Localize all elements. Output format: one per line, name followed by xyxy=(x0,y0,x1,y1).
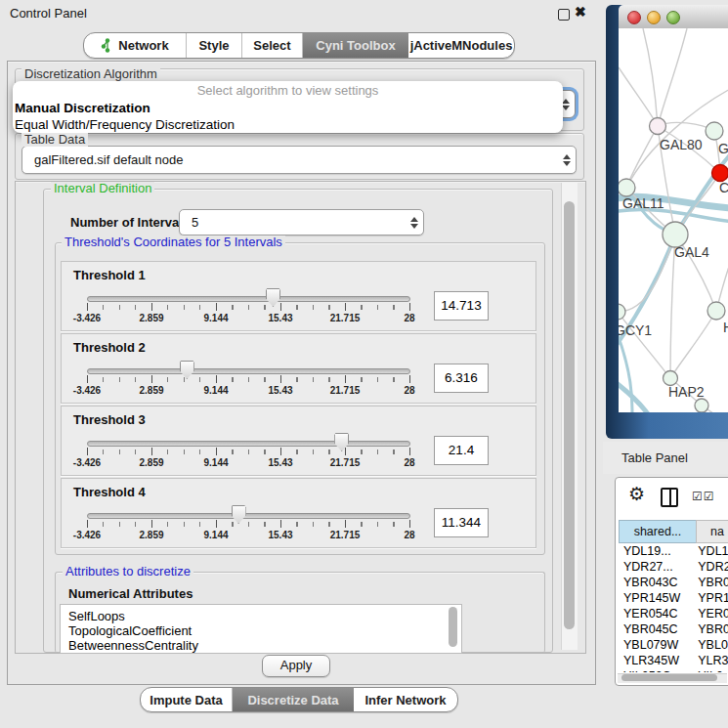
network-node[interactable] xyxy=(695,399,708,412)
threshold-stack: Threshold 1 -3.4262.8599.14415.4321.7152… xyxy=(61,261,536,550)
slider-track[interactable] xyxy=(87,441,410,447)
tab-infer-network-label: Infer Network xyxy=(364,693,446,707)
tab-jactivemnodules[interactable]: jActiveMNodules xyxy=(408,33,514,58)
float-window-icon[interactable] xyxy=(558,9,570,21)
table-row[interactable]: YBR045CYBR0 xyxy=(619,621,728,637)
slider-track[interactable] xyxy=(87,296,410,302)
slider-minor-ticks xyxy=(87,522,410,527)
table-row[interactable]: YBL079WYBL0 xyxy=(619,637,728,653)
network-node-label: HAP2 xyxy=(668,384,705,400)
control-panel-title: Control Panel xyxy=(10,6,87,21)
number-of-intervals-combobox[interactable]: 5 xyxy=(179,209,424,236)
gear-icon[interactable]: ⚙ xyxy=(628,485,645,504)
table-hscrollbar-thumb[interactable] xyxy=(621,674,717,681)
table-data-combobox[interactable]: galFiltered.sif default node xyxy=(21,146,577,174)
tab-style-label: Style xyxy=(198,38,229,53)
slider-minor-ticks xyxy=(87,305,410,310)
close-traffic-light-icon[interactable] xyxy=(627,11,641,24)
minimize-traffic-light-icon[interactable] xyxy=(647,11,661,24)
close-icon[interactable]: ✖ xyxy=(575,4,586,20)
network-node[interactable] xyxy=(707,302,725,320)
threshold-value-field[interactable]: 14.713 xyxy=(434,291,489,321)
tab-discretize-data-label: Discretize Data xyxy=(247,693,338,707)
combo-arrows-icon xyxy=(558,154,576,166)
network-node-label: GAL11 xyxy=(622,195,664,211)
threshold-label: Threshold 1 xyxy=(73,268,146,282)
tab-infer-network[interactable]: Infer Network xyxy=(354,688,457,711)
column-header-name[interactable]: na xyxy=(696,520,728,543)
table-panel-title: Table Panel xyxy=(621,450,688,465)
tab-select-label: Select xyxy=(253,38,290,53)
threshold-slider[interactable]: -3.4262.8599.14415.4321.71528 xyxy=(87,432,410,473)
apply-button[interactable]: Apply xyxy=(262,655,330,677)
network-node-label: GA xyxy=(718,141,728,156)
table-row[interactable]: YDL19...YDL1 xyxy=(619,543,728,559)
slider-minor-ticks xyxy=(87,377,410,382)
network-node[interactable] xyxy=(619,304,625,320)
number-of-intervals-label: Number of Intervals xyxy=(70,215,190,230)
number-of-intervals-value: 5 xyxy=(180,215,406,230)
attributes-list-scrollbar[interactable] xyxy=(449,607,457,647)
threshold-label: Threshold 3 xyxy=(73,412,146,427)
threshold-panel: Threshold 1 -3.4262.8599.14415.4321.7152… xyxy=(61,261,536,331)
network-node[interactable] xyxy=(619,179,635,196)
network-node[interactable] xyxy=(712,165,728,182)
select-columns-icon[interactable]: ☑☑ xyxy=(692,490,715,503)
network-node[interactable] xyxy=(650,118,666,135)
table-header-row: shared... na xyxy=(619,520,728,543)
tab-discretize-data[interactable]: Discretize Data xyxy=(233,688,354,711)
attribute-list-item[interactable]: TopologicalCoefficient xyxy=(61,623,461,638)
cyni-mode-tab-bar: Impute Data Discretize Data Infer Networ… xyxy=(140,687,458,712)
threshold-slider[interactable]: -3.4262.8599.14415.4321.71528 xyxy=(87,360,410,401)
tab-cyni-toolbox-label: Cyni Toolbox xyxy=(316,38,395,53)
table-rows[interactable]: YDL19...YDL1YDR27...YDR2YBR043CYBR0YPR14… xyxy=(619,543,728,672)
tab-style[interactable]: Style xyxy=(187,33,242,58)
tab-select[interactable]: Select xyxy=(242,33,303,58)
slider-track[interactable] xyxy=(87,368,410,374)
network-node-label: GAL80 xyxy=(660,137,703,152)
interval-definition-group-label: Interval Definition xyxy=(51,182,154,195)
zoom-traffic-light-icon[interactable] xyxy=(666,11,680,24)
dropdown-option-manual[interactable]: Manual Discretization xyxy=(13,100,563,116)
algorithm-dropdown-popup: Select algorithm to view settings Manual… xyxy=(13,81,563,133)
threshold-label: Threshold 2 xyxy=(73,340,146,355)
network-view-canvas[interactable]: GAL80GACGAL11GAL4GCY1HHAP2 xyxy=(619,28,728,412)
combo-arrows-icon xyxy=(406,217,423,229)
table-row[interactable]: YDR27...YDR2 xyxy=(619,559,728,575)
table-row[interactable]: YBR043CYBR0 xyxy=(619,575,728,590)
threshold-value-field[interactable]: 6.316 xyxy=(434,364,489,393)
numerical-attributes-label: Numerical Attributes xyxy=(68,586,193,601)
column-layout-icon[interactable] xyxy=(661,488,678,507)
dropdown-option-equal-width[interactable]: Equal Width/Frequency Discretization xyxy=(13,116,563,133)
table-row[interactable]: YPR145WYPR1 xyxy=(619,590,728,606)
settings-scrollbar-thumb[interactable] xyxy=(564,201,575,629)
table-row[interactable]: YER054CYER0 xyxy=(619,606,728,621)
threshold-label: Threshold 4 xyxy=(73,485,146,499)
numerical-attributes-list[interactable]: SelfLoopsTopologicalCoefficientBetweenne… xyxy=(60,604,462,654)
threshold-value-field[interactable]: 21.4 xyxy=(434,436,489,465)
threshold-panel: Threshold 3 -3.4262.8599.14415.4321.7152… xyxy=(61,406,536,476)
tab-impute-data[interactable]: Impute Data xyxy=(141,688,233,711)
discretization-algorithm-group-label: Discretization Algorithm xyxy=(21,67,160,81)
tab-jactivemnodules-label: jActiveMNodules xyxy=(410,38,513,53)
table-row[interactable]: YIL052CYIL0 xyxy=(619,668,728,672)
tab-cyni-toolbox[interactable]: Cyni Toolbox xyxy=(303,33,408,58)
tab-network[interactable]: Network xyxy=(84,33,187,58)
network-node-label: GAL4 xyxy=(674,244,709,260)
threshold-slider[interactable]: -3.4262.8599.14415.4321.71528 xyxy=(87,287,410,328)
threshold-slider[interactable]: -3.4262.8599.14415.4321.71528 xyxy=(87,504,410,545)
slider-minor-ticks xyxy=(87,450,410,454)
table-row[interactable]: YLR345WYLR3 xyxy=(619,653,728,668)
network-node[interactable] xyxy=(706,122,723,140)
attribute-list-item[interactable]: BetweennessCentrality xyxy=(61,638,461,653)
dropdown-prompt-item: Select algorithm to view settings xyxy=(13,81,563,100)
network-node-label: H xyxy=(723,320,728,335)
threshold-value-field[interactable]: 11.344 xyxy=(434,508,489,537)
network-node-label: C xyxy=(719,180,728,195)
column-header-shared-name[interactable]: shared... xyxy=(619,520,696,543)
table-data-group-label: Table Data xyxy=(21,133,88,147)
slider-track[interactable] xyxy=(87,513,410,519)
attribute-list-item[interactable]: SelfLoops xyxy=(61,605,461,623)
threshold-panel: Threshold 2 -3.4262.8599.14415.4321.7152… xyxy=(61,333,536,404)
control-panel-tab-bar: Network Style Select Cyni Toolbox jActiv… xyxy=(83,32,515,59)
